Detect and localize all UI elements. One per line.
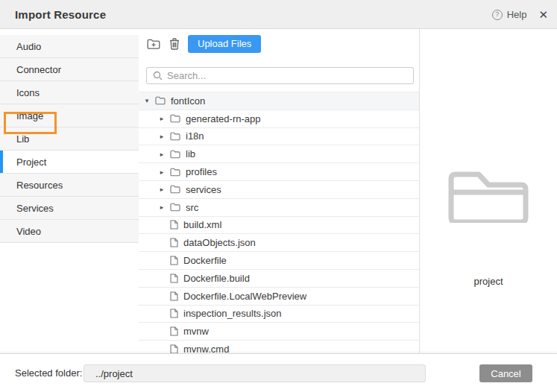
category-list: Audio Connector Icons Image Lib Project … — [0, 35, 139, 243]
folder-icon — [170, 132, 180, 141]
tree-row-label: services — [186, 184, 221, 195]
file-icon — [170, 344, 178, 353]
selected-folder-label: Selected folder: — [15, 354, 82, 392]
file-icon — [170, 238, 178, 247]
upload-files-button[interactable]: Upload Files — [188, 35, 261, 53]
search-icon — [153, 71, 163, 80]
tree-row-label: src — [186, 202, 198, 213]
folder-icon — [155, 96, 166, 105]
tree-row-file[interactable]: Dockerfile.build — [139, 270, 420, 288]
sidebar-item-icons[interactable]: Icons — [0, 81, 139, 104]
tree-row-folder[interactable]: ▸ i18n — [139, 128, 420, 146]
sidebar-item-resources[interactable]: Resources — [0, 174, 139, 197]
dialog-footer: Selected folder: Cancel — [0, 353, 557, 392]
sidebar-item-services[interactable]: Services — [0, 197, 139, 220]
tree-row-file[interactable]: mvnw — [139, 323, 420, 341]
folder-icon — [170, 203, 180, 212]
tree-row-label: fontIcon — [171, 95, 205, 107]
file-icon — [170, 274, 178, 283]
category-sidebar: Audio Connector Icons Image Lib Project … — [0, 29, 139, 353]
folder-icon — [170, 150, 180, 159]
import-resource-dialog: Import Resource ? Help ✕ Audio Connector… — [0, 0, 557, 392]
tree-row-file[interactable]: inspection_results.json — [139, 306, 420, 323]
file-icon — [170, 220, 178, 230]
file-icon — [170, 309, 178, 318]
file-icon — [170, 256, 178, 265]
tree-row-folder[interactable]: ▸ services — [139, 181, 420, 199]
tree-row-label: mvnw — [183, 326, 209, 337]
tree-row-file[interactable]: build.xml — [139, 217, 420, 235]
tree-row-folder[interactable]: ▸ generated-rn-app — [139, 110, 420, 128]
file-icon — [170, 291, 178, 301]
tree-row-label: mvnw.cmd — [183, 344, 229, 353]
help-label: Help — [507, 9, 527, 20]
caret-right-icon[interactable]: ▸ — [158, 115, 166, 122]
sidebar-item-project[interactable]: Project — [0, 151, 139, 174]
trash-icon[interactable] — [168, 37, 183, 51]
dialog-title: Import Resource — [15, 0, 106, 29]
folder-icon — [170, 185, 180, 194]
caret-right-icon[interactable]: ▸ — [158, 151, 166, 158]
preview-folder-name: project — [420, 276, 557, 287]
sidebar-item-connector[interactable]: Connector — [0, 58, 139, 81]
tree-row-label: Dockerfile.build — [183, 273, 250, 284]
tree-row-file[interactable]: Dockerfile — [139, 252, 420, 270]
caret-right-icon[interactable]: ▸ — [158, 168, 166, 176]
help-button[interactable]: ? Help — [492, 9, 527, 20]
tree-row-label: Dockerfile — [183, 255, 227, 266]
tree-row-folder[interactable]: ▸ profiles — [139, 163, 420, 181]
selected-folder-input[interactable] — [84, 364, 426, 382]
file-browser-panel: Upload Files ▾ fontIcon ▸ — [139, 29, 420, 353]
folder-preview-panel: project — [420, 29, 557, 353]
sidebar-item-audio[interactable]: Audio — [0, 35, 139, 58]
tree-row-label: profiles — [186, 166, 217, 177]
tree-row-file[interactable]: dataObjects.json — [139, 234, 420, 252]
tree-row-label: build.xml — [183, 219, 221, 230]
tree-row-label: inspection_results.json — [183, 308, 282, 319]
help-icon: ? — [492, 10, 503, 20]
folder-icon — [170, 168, 180, 177]
cancel-button[interactable]: Cancel — [479, 364, 532, 382]
caret-right-icon[interactable]: ▸ — [158, 203, 166, 211]
tree-row-file[interactable]: mvnw.cmd — [139, 341, 420, 353]
file-tree: ▾ fontIcon ▸ generated-rn-app ▸ i18n — [139, 92, 420, 353]
browser-toolbar: Upload Files — [139, 29, 420, 59]
search-box[interactable] — [146, 67, 414, 84]
sidebar-item-video[interactable]: Video — [0, 220, 139, 243]
caret-down-icon[interactable]: ▾ — [143, 97, 151, 104]
folder-icon — [170, 114, 180, 123]
caret-right-icon[interactable]: ▸ — [158, 186, 166, 193]
tree-row-label: lib — [186, 148, 195, 159]
tree-row-folder[interactable]: ▸ src — [139, 199, 420, 217]
tree-row-file[interactable]: Dockerfile.LocalWebPreview — [139, 288, 420, 306]
search-input[interactable] — [167, 70, 391, 81]
tree-row-label: generated-rn-app — [186, 113, 260, 124]
tree-row-label: Dockerfile.LocalWebPreview — [183, 291, 306, 302]
folder-preview-icon — [447, 162, 529, 226]
tree-row-root-folder[interactable]: ▾ fontIcon — [139, 92, 420, 110]
close-icon[interactable]: ✕ — [538, 0, 548, 29]
sidebar-item-image[interactable]: Image — [0, 104, 139, 127]
header-actions: ? Help ✕ — [492, 0, 548, 29]
dialog-header: Import Resource ? Help ✕ — [0, 0, 557, 29]
caret-right-icon[interactable]: ▸ — [158, 133, 166, 140]
sidebar-item-lib[interactable]: Lib — [0, 127, 139, 151]
file-icon — [170, 326, 178, 336]
tree-row-label: dataObjects.json — [183, 237, 256, 248]
tree-row-folder[interactable]: ▸ lib — [139, 145, 420, 163]
tree-row-label: i18n — [186, 130, 204, 142]
new-folder-icon[interactable] — [146, 37, 161, 51]
